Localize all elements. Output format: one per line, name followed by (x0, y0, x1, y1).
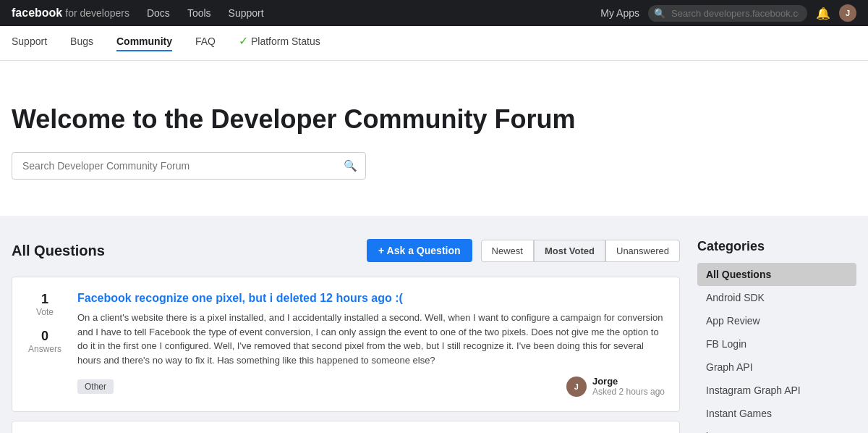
platform-status-label: Platform Status (251, 35, 320, 47)
my-apps-link[interactable]: My Apps (600, 7, 639, 19)
hero-title: Welcome to the Developer Community Forum (12, 104, 856, 135)
secondary-nav-faq[interactable]: FAQ (195, 35, 216, 51)
question-time: Asked 2 hours ago (592, 387, 665, 397)
secondary-nav: Support Bugs Community FAQ ✓ Platform St… (0, 26, 868, 61)
main-content: All Questions + Ask a Question Newest Mo… (0, 216, 868, 433)
bell-icon[interactable]: 🔔 (816, 7, 830, 20)
content-wrapper: All Questions + Ask a Question Newest Mo… (12, 239, 856, 433)
nav-link-support[interactable]: Support (229, 7, 264, 19)
secondary-nav-community[interactable]: Community (116, 35, 172, 51)
secondary-nav-platform-status[interactable]: ✓ Platform Status (239, 34, 320, 52)
ask-question-button[interactable]: + Ask a Question (367, 239, 472, 262)
category-graph-api[interactable]: Graph API (697, 356, 856, 379)
vote-label: Vote (36, 307, 54, 317)
filter-buttons: Newest Most Voted Unanswered (481, 240, 680, 262)
category-instagram-graph-api[interactable]: Instagram Graph API (697, 379, 856, 402)
secondary-nav-bugs[interactable]: Bugs (70, 35, 93, 51)
avatar: J (839, 4, 856, 22)
author-avatar: J (566, 377, 587, 397)
brand-for-developers: for developers (65, 7, 129, 19)
filter-newest[interactable]: Newest (481, 240, 534, 262)
category-all-questions[interactable]: All Questions (697, 263, 856, 286)
nav-link-tools[interactable]: Tools (187, 7, 211, 19)
categories-title: Categories (697, 239, 856, 254)
vote-count: 1 (41, 292, 48, 307)
sidebar: Categories All Questions Android SDK App… (697, 239, 856, 433)
top-nav-links: Docs Tools Support (147, 7, 264, 19)
search-icon-top: 🔍 (654, 8, 665, 19)
category-app-review[interactable]: App Review (697, 309, 856, 332)
question-card: 1 Vote 0 Answers Facebook recognize one … (12, 277, 680, 412)
question-meta: J Jorge Asked 2 hours ago (566, 376, 665, 397)
top-nav-right: My Apps 🔍 🔔 J (600, 4, 856, 22)
brand-facebook: facebook (12, 7, 62, 20)
vote-answers-block: 1 Vote 0 Answers (27, 292, 63, 397)
hero-search-input[interactable] (12, 152, 366, 180)
platform-status-icon: ✓ (239, 34, 248, 48)
question-excerpt: On a client's website there is a pixel i… (77, 311, 665, 367)
answer-label: Answers (28, 344, 61, 354)
answer-count: 0 (41, 329, 48, 344)
top-nav: facebook for developers Docs Tools Suppo… (0, 0, 868, 26)
all-questions-heading: All Questions (12, 243, 358, 259)
question-footer: Other J Jorge Asked 2 hours ago (77, 376, 665, 397)
category-instant-games[interactable]: Instant Games (697, 402, 856, 425)
questions-header: All Questions + Ask a Question Newest Mo… (12, 239, 680, 262)
question-card: 1 Vote ad network for canvas game Hi all… (12, 421, 680, 433)
secondary-nav-support[interactable]: Support (12, 35, 47, 51)
hero-search-wrapper: 🔍 (12, 152, 366, 180)
category-android-sdk[interactable]: Android SDK (697, 286, 856, 309)
question-title[interactable]: Facebook recognize one pixel, but i dele… (77, 292, 665, 305)
questions-panel: All Questions + Ask a Question Newest Mo… (12, 239, 680, 433)
top-nav-left: facebook for developers Docs Tools Suppo… (12, 7, 264, 20)
filter-unanswered[interactable]: Unanswered (605, 240, 680, 262)
question-body: Facebook recognize one pixel, but i dele… (77, 292, 665, 397)
filter-most-voted[interactable]: Most Voted (534, 240, 605, 262)
top-search-input[interactable] (648, 5, 807, 22)
author-name: Jorge (592, 376, 665, 387)
hero-section: Welcome to the Developer Community Forum… (0, 61, 868, 216)
nav-link-docs[interactable]: Docs (147, 7, 170, 19)
brand: facebook for developers (12, 7, 129, 20)
answer-block: 0 Answers (28, 329, 61, 354)
author-info: Jorge Asked 2 hours ago (592, 376, 665, 397)
question-tag[interactable]: Other (77, 379, 114, 394)
category-fb-login[interactable]: FB Login (697, 332, 856, 356)
vote-block: 1 Vote (36, 292, 54, 317)
hero-search-icon: 🔍 (344, 159, 357, 172)
search-wrapper-top: 🔍 (648, 5, 807, 22)
category-ios-sdk[interactable]: iOS SDK (697, 425, 856, 433)
